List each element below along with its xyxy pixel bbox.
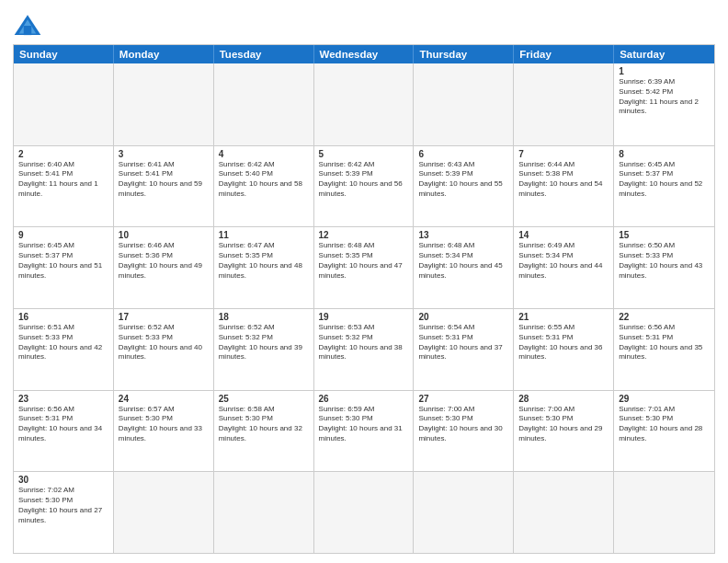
day-info: Sunrise: 6:55 AMSunset: 5:31 PMDaylight:… — [518, 323, 609, 362]
week-row-1: 2Sunrise: 6:40 AMSunset: 5:41 PMDaylight… — [14, 145, 714, 227]
day-number: 18 — [219, 312, 309, 322]
day-info: Sunrise: 6:39 AMSunset: 5:42 PMDaylight:… — [619, 77, 710, 117]
day-number: 24 — [119, 394, 209, 404]
day-cell: 8Sunrise: 6:45 AMSunset: 5:37 PMDaylight… — [614, 146, 714, 227]
day-info: Sunrise: 6:41 AMSunset: 5:41 PMDaylight:… — [119, 160, 209, 200]
day-cell: 26Sunrise: 6:59 AMSunset: 5:30 PMDayligh… — [314, 391, 415, 472]
day-cell: 7Sunrise: 6:44 AMSunset: 5:38 PMDaylight… — [514, 146, 614, 227]
day-number: 27 — [418, 394, 508, 404]
day-info: Sunrise: 6:49 AMSunset: 5:34 PMDaylight:… — [518, 241, 609, 281]
day-cell — [314, 63, 415, 145]
day-cell: 10Sunrise: 6:46 AMSunset: 5:36 PMDayligh… — [114, 227, 214, 308]
day-info: Sunrise: 6:58 AMSunset: 5:30 PMDaylight:… — [219, 405, 309, 444]
day-cell: 9Sunrise: 6:45 AMSunset: 5:37 PMDaylight… — [14, 227, 114, 308]
day-header-friday: Friday — [514, 45, 614, 63]
day-number: 22 — [619, 312, 710, 322]
day-info: Sunrise: 6:46 AMSunset: 5:36 PMDaylight:… — [119, 241, 209, 281]
day-header-saturday: Saturday — [614, 45, 714, 63]
day-info: Sunrise: 7:00 AMSunset: 5:30 PMDaylight:… — [518, 405, 609, 444]
day-info: Sunrise: 6:50 AMSunset: 5:33 PMDaylight:… — [619, 241, 710, 281]
day-number: 3 — [119, 149, 209, 159]
week-row-2: 9Sunrise: 6:45 AMSunset: 5:37 PMDaylight… — [14, 226, 714, 308]
day-cell — [414, 63, 514, 145]
day-number: 14 — [518, 230, 609, 240]
day-cell: 30Sunrise: 7:02 AMSunset: 5:30 PMDayligh… — [14, 472, 114, 553]
day-number: 19 — [319, 312, 409, 322]
day-info: Sunrise: 6:57 AMSunset: 5:30 PMDaylight:… — [119, 405, 209, 444]
day-cell — [214, 472, 314, 553]
day-cell: 3Sunrise: 6:41 AMSunset: 5:41 PMDaylight… — [114, 146, 214, 227]
day-cell: 5Sunrise: 6:42 AMSunset: 5:39 PMDaylight… — [314, 146, 415, 227]
day-number: 2 — [18, 149, 108, 159]
day-cell — [214, 63, 314, 145]
day-number: 5 — [319, 149, 409, 159]
day-number: 1 — [619, 66, 710, 76]
day-number: 7 — [518, 149, 609, 159]
day-number: 30 — [18, 475, 108, 485]
day-cell: 15Sunrise: 6:50 AMSunset: 5:33 PMDayligh… — [614, 227, 714, 308]
day-number: 8 — [619, 149, 710, 159]
week-row-4: 23Sunrise: 6:56 AMSunset: 5:31 PMDayligh… — [14, 390, 714, 472]
day-cell: 18Sunrise: 6:52 AMSunset: 5:32 PMDayligh… — [214, 309, 314, 390]
day-number: 12 — [319, 230, 409, 240]
day-info: Sunrise: 6:48 AMSunset: 5:34 PMDaylight:… — [418, 241, 508, 281]
day-number: 16 — [18, 312, 108, 322]
day-cell — [514, 472, 614, 553]
day-cell — [314, 472, 415, 553]
day-info: Sunrise: 6:40 AMSunset: 5:41 PMDaylight:… — [18, 160, 108, 200]
day-cell: 20Sunrise: 6:54 AMSunset: 5:31 PMDayligh… — [414, 309, 514, 390]
day-header-monday: Monday — [114, 45, 214, 63]
day-info: Sunrise: 7:02 AMSunset: 5:30 PMDaylight:… — [18, 486, 108, 525]
day-header-wednesday: Wednesday — [314, 45, 415, 63]
day-cell: 17Sunrise: 6:52 AMSunset: 5:33 PMDayligh… — [114, 309, 214, 390]
day-cell: 14Sunrise: 6:49 AMSunset: 5:34 PMDayligh… — [514, 227, 614, 308]
day-header-sunday: Sunday — [14, 45, 114, 63]
day-info: Sunrise: 6:59 AMSunset: 5:30 PMDaylight:… — [319, 405, 409, 444]
day-number: 25 — [219, 394, 309, 404]
day-cell: 2Sunrise: 6:40 AMSunset: 5:41 PMDaylight… — [14, 146, 114, 227]
day-info: Sunrise: 6:45 AMSunset: 5:37 PMDaylight:… — [18, 241, 108, 281]
day-info: Sunrise: 6:42 AMSunset: 5:40 PMDaylight:… — [219, 160, 309, 200]
day-info: Sunrise: 7:01 AMSunset: 5:30 PMDaylight:… — [619, 405, 710, 444]
day-header-thursday: Thursday — [414, 45, 514, 63]
day-cell: 6Sunrise: 6:43 AMSunset: 5:39 PMDaylight… — [414, 146, 514, 227]
day-cell: 16Sunrise: 6:51 AMSunset: 5:33 PMDayligh… — [14, 309, 114, 390]
day-cell: 24Sunrise: 6:57 AMSunset: 5:30 PMDayligh… — [114, 391, 214, 472]
day-info: Sunrise: 6:43 AMSunset: 5:39 PMDaylight:… — [418, 160, 508, 200]
day-cell — [114, 63, 214, 145]
day-number: 21 — [518, 312, 609, 322]
day-number: 11 — [219, 230, 309, 240]
week-row-0: 1Sunrise: 6:39 AMSunset: 5:42 PMDaylight… — [14, 63, 714, 145]
day-info: Sunrise: 6:56 AMSunset: 5:31 PMDaylight:… — [18, 405, 108, 444]
logo-icon — [13, 13, 42, 39]
day-cell — [14, 63, 114, 145]
day-cell — [514, 63, 614, 145]
day-cell: 11Sunrise: 6:47 AMSunset: 5:35 PMDayligh… — [214, 227, 314, 308]
day-cell: 27Sunrise: 7:00 AMSunset: 5:30 PMDayligh… — [414, 391, 514, 472]
day-number: 15 — [619, 230, 710, 240]
logo — [13, 13, 46, 39]
day-info: Sunrise: 6:45 AMSunset: 5:37 PMDaylight:… — [619, 160, 710, 200]
day-info: Sunrise: 6:51 AMSunset: 5:33 PMDaylight:… — [18, 323, 108, 362]
day-number: 23 — [18, 394, 108, 404]
day-number: 26 — [319, 394, 409, 404]
day-cell: 29Sunrise: 7:01 AMSunset: 5:30 PMDayligh… — [614, 391, 714, 472]
day-cell: 21Sunrise: 6:55 AMSunset: 5:31 PMDayligh… — [514, 309, 614, 390]
week-row-3: 16Sunrise: 6:51 AMSunset: 5:33 PMDayligh… — [14, 308, 714, 390]
day-number: 6 — [418, 149, 508, 159]
day-number: 17 — [119, 312, 209, 322]
day-number: 28 — [518, 394, 609, 404]
day-info: Sunrise: 6:47 AMSunset: 5:35 PMDaylight:… — [219, 241, 309, 281]
day-cell — [114, 472, 214, 553]
day-cell: 4Sunrise: 6:42 AMSunset: 5:40 PMDaylight… — [214, 146, 314, 227]
day-number: 29 — [619, 394, 710, 404]
svg-rect-2 — [24, 26, 31, 35]
header — [13, 9, 715, 39]
day-headers: SundayMondayTuesdayWednesdayThursdayFrid… — [14, 45, 714, 63]
day-number: 13 — [418, 230, 508, 240]
day-cell — [414, 472, 514, 553]
day-cell: 12Sunrise: 6:48 AMSunset: 5:35 PMDayligh… — [314, 227, 415, 308]
day-info: Sunrise: 6:53 AMSunset: 5:32 PMDaylight:… — [319, 323, 409, 362]
day-cell: 28Sunrise: 7:00 AMSunset: 5:30 PMDayligh… — [514, 391, 614, 472]
calendar-grid: 1Sunrise: 6:39 AMSunset: 5:42 PMDaylight… — [14, 63, 714, 553]
